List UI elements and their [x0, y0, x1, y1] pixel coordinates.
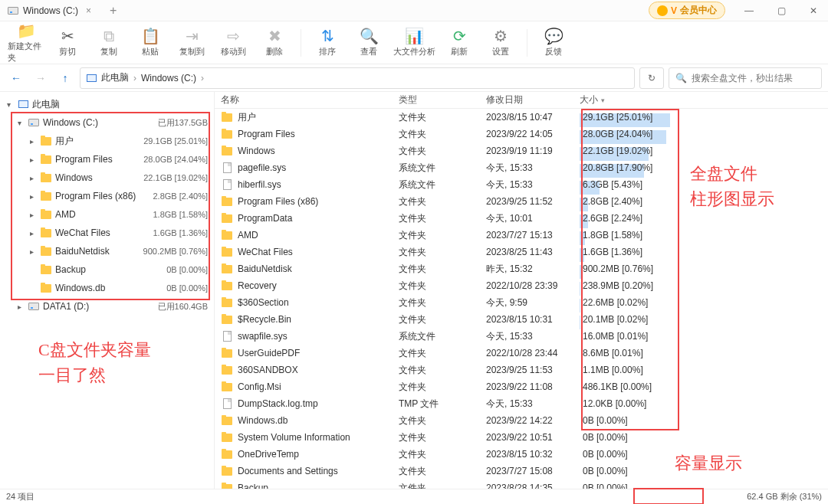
file-size: 2.6GB [2.24%]	[580, 213, 673, 224]
file-size: 22.1GB [19.02%]	[580, 146, 673, 156]
table-row[interactable]: AMD文件夹2023/7/27 15:131.8GB [1.58%]	[215, 227, 828, 244]
breadcrumb-seg-drive[interactable]: Windows (C:)	[141, 73, 196, 83]
refresh-button[interactable]: ⟳刷新	[441, 23, 478, 63]
cut-button[interactable]: ✂剪切	[49, 23, 86, 63]
file-size: 0B [0.00%]	[580, 449, 673, 460]
col-name-header[interactable]: 名称	[215, 93, 399, 106]
file-date: 今天, 15:33	[486, 330, 580, 343]
table-row[interactable]: 用户文件夹2023/8/15 10:4729.1GB [25.01%]	[215, 109, 828, 126]
table-row[interactable]: ProgramData文件夹今天, 10:012.6GB [2.24%]	[215, 210, 828, 227]
minimize-button[interactable]: —	[734, 0, 764, 21]
table-row[interactable]: BaiduNetdisk文件夹昨天, 15:32900.2MB [0.76%]	[215, 260, 828, 277]
maximize-button[interactable]: ▢	[767, 0, 796, 21]
up-button[interactable]: ↑	[55, 68, 75, 88]
tree-drive-c[interactable]: ▾ Windows (C:) 已用137.5GB	[0, 113, 214, 132]
tree-item[interactable]: Windows.db0B [0.00%]	[0, 279, 214, 297]
delete-button[interactable]: ✖删除	[256, 23, 293, 63]
tree-drive-d[interactable]: ▸ DATA1 (D:) 已用160.4GB	[0, 297, 214, 316]
vip-badge[interactable]: V 会员中心	[649, 2, 725, 19]
back-button[interactable]: ←	[6, 68, 26, 88]
table-row[interactable]: WeChat Files文件夹2023/8/25 11:431.6GB [1.3…	[215, 244, 828, 260]
close-button[interactable]: ✕	[799, 0, 828, 21]
file-date: 2023/9/22 10:51	[486, 432, 580, 443]
file-icon	[221, 178, 233, 191]
analyze-button[interactable]: 📊大文件分析	[392, 23, 436, 63]
table-row[interactable]: swapfile.sys系统文件今天, 15:3316.0MB [0.01%]	[215, 328, 828, 345]
feedback-button[interactable]: 💬反馈	[535, 23, 572, 63]
toolbar: 📁新建文件夹 ✂剪切 ⧉复制 📋粘贴 ⇥复制到 ⇨移动到 ✖删除 ⇅排序 🔍查看…	[0, 21, 828, 64]
expand-icon[interactable]: ▸	[26, 247, 37, 256]
col-size-header[interactable]: 大小▾	[580, 93, 673, 106]
tree-item[interactable]: ▸Program Files28.0GB [24.04%]	[0, 150, 214, 169]
tree-item[interactable]: ▸Program Files (x86)2.8GB [2.40%]	[0, 187, 214, 205]
col-type-header[interactable]: 类型	[399, 93, 486, 106]
view-button[interactable]: 🔍查看	[350, 23, 387, 63]
file-icon	[221, 162, 233, 174]
move-to-button[interactable]: ⇨移动到	[215, 23, 251, 63]
table-row[interactable]: Program Files文件夹2023/9/22 14:0528.0GB [2…	[215, 126, 828, 142]
expand-icon[interactable]: ▸	[26, 229, 37, 237]
file-type: 文件夹	[399, 128, 486, 141]
file-size: 0B [0.00%]	[580, 483, 673, 489]
expand-icon[interactable]: ▸	[26, 211, 37, 219]
settings-button[interactable]: ⚙设置	[482, 23, 519, 63]
copy-button[interactable]: ⧉复制	[90, 23, 127, 63]
file-name: 360SANDBOX	[238, 365, 298, 375]
file-icon	[221, 330, 233, 342]
table-row[interactable]: UserGuidePDF文件夹2022/10/28 23:448.6MB [0.…	[215, 345, 828, 362]
expand-icon[interactable]: ▸	[26, 192, 37, 201]
table-row[interactable]: Windows文件夹2023/9/19 11:1922.1GB [19.02%]	[215, 142, 828, 159]
table-row[interactable]: DumpStack.log.tmpTMP 文件今天, 15:3312.0KB […	[215, 395, 828, 412]
forward-button[interactable]: →	[31, 68, 51, 88]
tree-item[interactable]: ▸用户29.1GB [25.01%]	[0, 132, 214, 150]
search-input[interactable]	[692, 73, 815, 83]
table-row[interactable]: Backup文件夹2023/8/28 14:350B [0.00%]	[215, 479, 828, 489]
file-date: 昨天, 15:32	[486, 263, 580, 276]
tree-item[interactable]: Backup0B [0.00%]	[0, 260, 214, 279]
col-date-header[interactable]: 修改日期	[486, 93, 580, 106]
address-refresh-button[interactable]: ↻	[639, 67, 664, 89]
tree-item[interactable]: ▸WeChat Files1.6GB [1.36%]	[0, 224, 214, 242]
folder-icon	[221, 229, 233, 241]
expand-icon[interactable]: ▸	[26, 155, 37, 164]
table-row[interactable]: System Volume Information文件夹2023/9/22 10…	[215, 429, 828, 446]
sort-button[interactable]: ⇅排序	[309, 23, 346, 63]
copy-to-button[interactable]: ⇥复制到	[173, 23, 210, 63]
tab-add-button[interactable]: +	[102, 4, 124, 18]
expand-icon[interactable]: ▸	[26, 137, 37, 146]
table-row[interactable]: Config.Msi文件夹2023/9/22 11:08486.1KB [0.0…	[215, 378, 828, 395]
collapse-icon[interactable]: ▾	[3, 100, 14, 109]
expand-icon[interactable]: ▸	[14, 303, 25, 311]
tab-active[interactable]: Windows (C:) ×	[0, 0, 102, 21]
file-type: 文件夹	[399, 145, 486, 158]
paste-button[interactable]: 📋粘贴	[132, 23, 169, 63]
file-size: 2.8GB [2.40%]	[580, 196, 673, 207]
new-folder-button[interactable]: 📁新建文件夹	[8, 23, 44, 63]
file-size: 20.1MB [0.02%]	[580, 314, 673, 325]
tree-item[interactable]: ▸Windows22.1GB [19.02%]	[0, 169, 214, 187]
sidebar-tree[interactable]: ▾ 此电脑 ▾ Windows (C:) 已用137.5GB ▸用户29.1GB…	[0, 92, 215, 489]
breadcrumb[interactable]: 此电脑 › Windows (C:) ›	[80, 67, 635, 89]
file-name: $Recycle.Bin	[238, 314, 291, 325]
tree-item[interactable]: ▸AMD1.8GB [1.58%]	[0, 205, 214, 224]
file-name: Recovery	[238, 280, 277, 291]
file-size: 0B [0.00%]	[580, 432, 673, 443]
file-size: 29.1GB [25.01%]	[580, 112, 673, 123]
drive-icon	[28, 116, 40, 129]
breadcrumb-seg-pc[interactable]: 此电脑	[101, 71, 129, 84]
table-row[interactable]: 360SANDBOX文件夹2023/9/25 11:531.1MB [0.00%…	[215, 362, 828, 378]
sort-desc-icon: ▾	[601, 97, 605, 104]
folder-icon	[221, 431, 233, 443]
tree-item[interactable]: ▸BaiduNetdisk900.2MB [0.76%]	[0, 242, 214, 260]
expand-icon[interactable]: ▸	[26, 174, 37, 182]
search-box[interactable]: 🔍	[669, 67, 822, 89]
file-size: 12.0KB [0.00%]	[580, 398, 673, 409]
table-row[interactable]: $360Section文件夹今天, 9:5922.6MB [0.02%]	[215, 294, 828, 311]
file-type: 文件夹	[399, 280, 486, 293]
table-row[interactable]: Recovery文件夹2022/10/28 23:39238.9MB [0.20…	[215, 277, 828, 294]
table-row[interactable]: Windows.db文件夹2023/9/22 14:220B [0.00%]	[215, 412, 828, 429]
table-row[interactable]: $Recycle.Bin文件夹2023/8/15 10:3120.1MB [0.…	[215, 311, 828, 328]
tree-root-pc[interactable]: ▾ 此电脑	[0, 95, 214, 113]
tab-close-icon[interactable]: ×	[83, 5, 94, 16]
collapse-icon[interactable]: ▾	[14, 119, 25, 127]
